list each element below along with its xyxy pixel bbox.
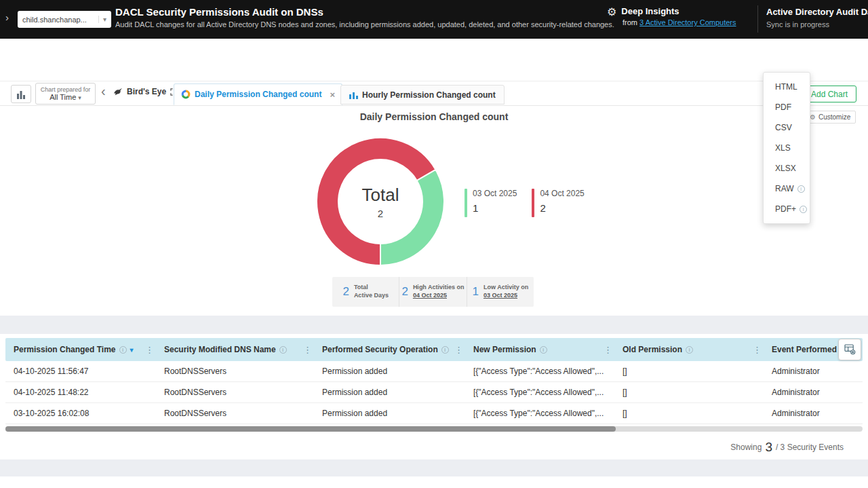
cell-permission-changed-time: 04-10-2025 11:56:47 (5, 361, 156, 381)
horizontal-scrollbar[interactable] (5, 426, 863, 432)
info-icon: i (800, 206, 807, 213)
table-header: Permission Changed Time i ▾ ⋮ Security M… (5, 338, 863, 361)
domain-selector-value: child.shanchanap... (22, 16, 87, 24)
stat-total-active-days: 2 TotalActive Days (332, 277, 399, 307)
export-option-html[interactable]: HTML (764, 77, 810, 97)
tab-hourly-permission-changed[interactable]: Hourly Permission Changed count (340, 85, 505, 105)
stat-high-activities: 2 High Activities on04 Oct 2025 (399, 277, 467, 307)
legend-item-03-oct[interactable]: 03 Oct 2025 1 (465, 189, 517, 217)
cell-event-performed-by: Administrator (764, 403, 863, 424)
stat-label: Low Activity on03 Oct 2025 (484, 284, 528, 299)
showing-label: Showing (730, 443, 762, 452)
legend-label: 03 Oct 2025 (473, 189, 517, 198)
cell-permission-changed-time: 03-10-2025 16:02:08 (5, 403, 156, 424)
stat-date-link[interactable]: 03 Oct 2025 (484, 292, 517, 299)
info-icon: i (686, 346, 693, 354)
chart-tab-bar: Chart prepared for All Time ▾ ‹ Bird's E… (0, 81, 868, 106)
donut-center: Total 2 (316, 137, 445, 266)
stat-value: 1 (473, 285, 479, 299)
cell-new-permission: [{"Access Type":"Access Allowed",... (465, 382, 614, 402)
chart-title: Daily Permission Changed count (0, 111, 868, 122)
stat-date-link[interactable]: 04 Oct 2025 (413, 292, 447, 299)
col-new-permission[interactable]: New Permission i ⋮ (465, 338, 614, 361)
tab-birds-eye[interactable]: Bird's Eye (113, 87, 178, 96)
col-old-permission[interactable]: Old Permission i ⋮ (614, 338, 764, 361)
cell-event-performed-by: Administrator (764, 382, 863, 402)
deep-insights-source: from 3 Active Directory Computers (623, 18, 736, 26)
cell-event-performed-by: Administrator (764, 361, 863, 381)
export-option-pdf[interactable]: PDF (764, 97, 810, 117)
col-label: Permission Changed Time (14, 345, 116, 354)
nav-expand-icon[interactable]: › (5, 12, 9, 23)
stat-value: 2 (401, 285, 408, 299)
column-menu-icon[interactable]: ⋮ (454, 345, 463, 355)
chart-type-button[interactable] (11, 85, 31, 103)
donut-center-value: 2 (378, 208, 383, 219)
tab-daily-permission-changed[interactable]: Daily Permission Changed count × (174, 83, 342, 105)
chevron-down-icon: ▾ (98, 16, 106, 23)
cell-dns-name: RootDNSServers (156, 403, 314, 424)
column-menu-icon[interactable]: ⋮ (604, 345, 612, 355)
tab-birds-eye-label: Bird's Eye (127, 87, 166, 96)
table-row[interactable]: 04-10-2025 11:56:47 RootDNSServers Permi… (5, 361, 863, 382)
sync-title: Active Directory Audit Data (766, 7, 868, 17)
table-row[interactable]: 03-10-2025 16:02:08 RootDNSServers Permi… (5, 403, 863, 424)
page-subtitle: Audit DACL changes for all Active Direct… (115, 20, 614, 29)
donut-chart-icon (181, 90, 191, 99)
close-icon[interactable]: × (330, 90, 335, 100)
table-row[interactable]: 04-10-2025 11:48:22 RootDNSServers Permi… (5, 382, 863, 403)
chart-legend: 03 Oct 2025 1 04 Oct 2025 2 (465, 189, 585, 217)
export-option-csv[interactable]: CSV (764, 117, 810, 138)
ad-computers-link[interactable]: 3 Active Directory Computers (639, 18, 736, 26)
legend-item-04-oct[interactable]: 04 Oct 2025 2 (532, 189, 584, 217)
col-label: Performed Security Operation (322, 345, 438, 354)
chart-prepared-for-dropdown[interactable]: Chart prepared for All Time ▾ (35, 83, 96, 105)
cell-old-permission: [] (614, 403, 764, 424)
cell-operation: Permission added (314, 403, 465, 424)
bar-chart-icon (349, 91, 358, 99)
tabs-scroll-left-icon[interactable]: ‹ (101, 83, 106, 99)
scrollbar-thumb[interactable] (5, 426, 616, 432)
cell-old-permission: [] (614, 361, 764, 381)
col-performed-security-operation[interactable]: Performed Security Operation i ⋮ (314, 338, 465, 361)
cell-new-permission: [{"Access Type":"Access Allowed",... (465, 361, 614, 381)
stat-label: High Activities on04 Oct 2025 (413, 284, 465, 299)
stat-value: 2 (342, 285, 349, 299)
info-icon: i (441, 346, 449, 354)
cell-new-permission: [{"Access Type":"Access Allowed",... (465, 403, 614, 424)
deep-insights: ⚙ Deep Insights (607, 5, 679, 18)
export-option-xlsx[interactable]: XLSX (764, 158, 810, 179)
deep-insights-from: from (623, 18, 637, 26)
sort-icon[interactable]: ▾ (130, 346, 134, 354)
add-chart-button[interactable]: Add Chart (802, 86, 856, 102)
info-icon: i (279, 346, 287, 354)
deep-insights-label: Deep Insights (621, 5, 679, 18)
export-option-pdfplus[interactable]: PDF+i (764, 199, 810, 219)
tab-daily-label: Daily Permission Changed count (195, 90, 321, 99)
cell-old-permission: [] (614, 382, 764, 402)
chevron-down-icon: ▾ (78, 94, 81, 101)
chart-stats-bar: 2 TotalActive Days 2 High Activities on0… (332, 277, 534, 307)
cell-dns-name: RootDNSServers (156, 361, 314, 381)
export-option-raw[interactable]: RAWi (764, 179, 810, 199)
col-permission-changed-time[interactable]: Permission Changed Time i ▾ ⋮ (5, 338, 156, 361)
col-label: Security Modified DNS Name (164, 345, 276, 354)
col-label: New Permission (473, 345, 536, 354)
info-icon: i (797, 185, 805, 193)
gear-icon: ⚙ (607, 5, 616, 18)
column-menu-icon[interactable]: ⋮ (145, 345, 154, 355)
export-dropdown-menu: HTML PDF CSV XLS XLSX RAWi PDF+i (763, 72, 810, 224)
cell-dns-name: RootDNSServers (156, 382, 314, 402)
column-menu-icon[interactable]: ⋮ (303, 345, 312, 355)
sync-status: Sync is in progress (766, 20, 829, 29)
column-menu-icon[interactable]: ⋮ (753, 345, 762, 355)
export-option-xls[interactable]: XLS (764, 138, 810, 158)
next-section-card (0, 476, 868, 488)
col-security-modified-dns-name[interactable]: Security Modified DNS Name i ⋮ (156, 338, 314, 361)
table-gear-icon (844, 344, 856, 355)
table-footer: Showing 3 / 3 Security Events (0, 434, 868, 459)
info-icon: i (119, 346, 127, 354)
domain-selector[interactable]: child.shanchanap... ▾ (18, 11, 111, 28)
stat-label: TotalActive Days (354, 284, 389, 299)
table-settings-button[interactable] (838, 339, 861, 360)
